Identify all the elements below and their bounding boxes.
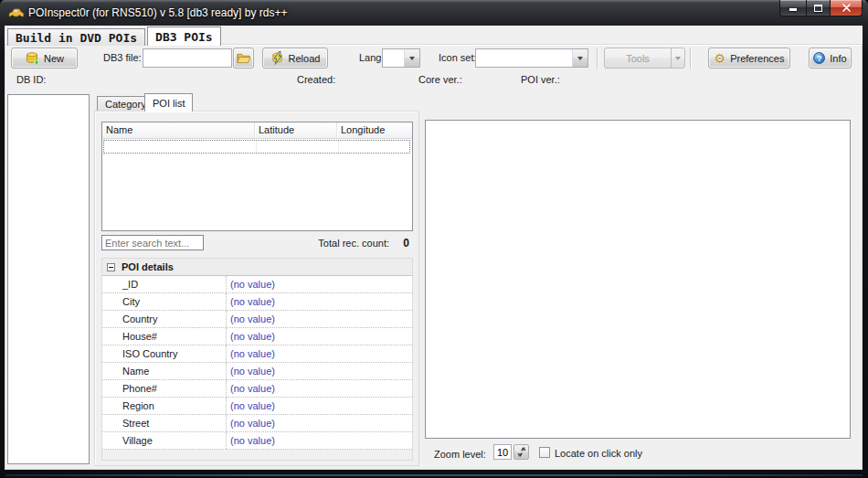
tab-build-in-dvd-pois[interactable]: Build in DVD POIs <box>7 28 145 46</box>
detail-row-iso-country[interactable]: ISO Country (no value) <box>102 345 412 363</box>
toolbar-separator <box>597 48 598 69</box>
created-label: Created: <box>297 74 335 85</box>
detail-row-country[interactable]: Country (no value) <box>102 311 412 328</box>
detail-row-name[interactable]: Name (no value) <box>102 363 412 380</box>
app-icon <box>8 7 24 19</box>
total-rec-count-label: Total rec. count: <box>278 238 389 249</box>
info-icon: ? <box>813 52 825 64</box>
folder-open-icon <box>237 52 250 64</box>
tab-db3-pois[interactable]: DB3 POIs <box>147 27 221 46</box>
poi-list-page: Name Latitude Longitude Total rec. count… <box>94 111 419 466</box>
column-header-latitude[interactable]: Latitude <box>255 122 337 138</box>
poi-ver-label: POI ver.: <box>521 74 560 85</box>
search-input[interactable] <box>101 235 204 250</box>
locate-on-click-label: Locate on click only <box>555 448 642 459</box>
gear-icon: ⚙ <box>715 52 726 65</box>
database-add-icon <box>25 51 39 66</box>
database-reload-icon <box>270 51 284 65</box>
reload-button[interactable]: Reload <box>262 48 328 69</box>
detail-row-region[interactable]: Region (no value) <box>102 398 412 415</box>
detail-row-house[interactable]: House# (no value) <box>102 328 412 345</box>
selected-empty-row[interactable] <box>103 140 410 154</box>
icon-set-label: Icon set: <box>439 52 477 63</box>
detail-row-street[interactable]: Street (no value) <box>102 415 412 432</box>
new-button-label: New <box>44 53 64 64</box>
zoom-spinner-button[interactable] <box>513 444 529 460</box>
tools-chevron-down-icon <box>675 57 681 60</box>
category-list-panel[interactable] <box>7 94 90 464</box>
icon-set-chevron-down-icon <box>572 49 587 67</box>
client-area: Build in DVD POIs DB3 POIs New DB3 file: <box>5 26 863 470</box>
column-header-name[interactable]: Name <box>102 122 255 138</box>
detail-row-id[interactable]: _ID (no value) <box>102 276 412 293</box>
zoom-level-label: Zoom level: <box>434 449 486 460</box>
window-title: POInspect0r (for RNS510) v 5.8 [db3 read… <box>28 6 287 19</box>
icon-set-select[interactable] <box>475 48 588 68</box>
preferences-button-label: Preferences <box>730 53 784 64</box>
tools-button-label: Tools <box>626 53 650 64</box>
core-ver-label: Core ver.: <box>418 74 462 85</box>
db3-file-input[interactable] <box>143 48 232 68</box>
title-bar: POInspect0r (for RNS510) v 5.8 [db3 read… <box>0 0 868 26</box>
lang-select[interactable] <box>382 48 420 68</box>
new-button[interactable]: New <box>11 48 78 69</box>
lang-select-value <box>383 49 404 67</box>
preferences-button[interactable]: ⚙ Preferences <box>708 48 790 69</box>
poi-details-grid: POI details _ID (no value) City (no valu… <box>101 258 413 461</box>
maximize-icon <box>814 5 822 12</box>
minimize-icon <box>789 8 797 11</box>
main-tab-strip: Build in DVD POIs DB3 POIs <box>7 27 223 46</box>
detail-row-village[interactable]: Village (no value) <box>102 432 412 450</box>
total-rec-count-value: 0 <box>393 237 409 250</box>
column-header-longitude[interactable]: Longitude <box>337 122 412 138</box>
info-button[interactable]: ? Info <box>809 48 852 69</box>
poi-details-header[interactable]: POI details <box>102 259 412 276</box>
detail-row-city[interactable]: City (no value) <box>102 293 412 311</box>
poi-list-header: Name Latitude Longitude <box>102 122 412 139</box>
close-button[interactable] <box>831 0 863 16</box>
toolbar-separator-2 <box>690 48 691 69</box>
tools-button[interactable]: Tools <box>604 48 672 69</box>
reload-button-label: Reload <box>289 53 321 64</box>
zoom-level-input[interactable] <box>493 444 512 460</box>
locate-on-click-checkbox[interactable] <box>539 447 550 458</box>
collapse-minus-icon[interactable] <box>107 263 115 271</box>
open-file-button[interactable] <box>233 48 254 69</box>
poi-details-title: POI details <box>122 261 174 272</box>
maximize-button[interactable] <box>806 0 831 16</box>
tab-poi-list[interactable]: POI list <box>144 93 193 112</box>
db3-file-label: DB3 file: <box>103 52 142 63</box>
app-window: POInspect0r (for RNS510) v 5.8 [db3 read… <box>0 0 868 478</box>
lang-chevron-down-icon <box>404 49 419 67</box>
spin-updown-icon <box>516 446 527 458</box>
map-panel[interactable] <box>425 120 851 439</box>
poi-list-view[interactable]: Name Latitude Longitude <box>101 122 413 231</box>
info-button-label: Info <box>830 53 846 64</box>
detail-row-phone[interactable]: Phone# (no value) <box>102 380 412 398</box>
minimize-button[interactable] <box>779 0 806 16</box>
db-id-label: DB ID: <box>16 74 46 85</box>
close-icon <box>842 4 851 12</box>
window-controls <box>779 0 863 16</box>
lang-label: Lang: <box>359 52 385 63</box>
icon-set-select-value <box>476 49 572 67</box>
tools-dropdown-button[interactable] <box>671 48 685 69</box>
